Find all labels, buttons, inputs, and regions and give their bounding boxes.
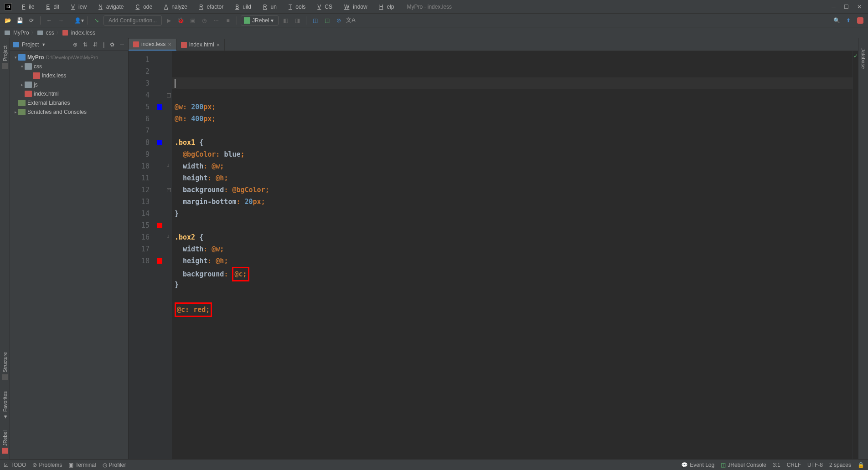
coverage-icon[interactable]: ▣ <box>187 15 197 26</box>
menu-vcs[interactable]: VCS <box>310 2 336 12</box>
color-swatch-icon[interactable] <box>157 140 162 145</box>
hide-icon[interactable]: ─ <box>119 41 125 48</box>
code-line-2[interactable]: @h: 400px; <box>175 113 852 125</box>
code-line-10[interactable]: } <box>175 208 852 220</box>
status-lock-icon[interactable]: 🔒 <box>858 462 864 468</box>
database-tool-tab[interactable]: Database <box>859 40 868 74</box>
close-button[interactable]: ✕ <box>857 4 862 10</box>
code-line-15[interactable]: background: @c; <box>175 267 852 279</box>
minimize-button[interactable]: ─ <box>832 4 836 10</box>
menu-run[interactable]: Run <box>256 2 280 12</box>
profile-icon[interactable]: ◷ <box>199 15 209 26</box>
tree-index-html[interactable]: index.html <box>11 89 127 98</box>
tree-index-less[interactable]: index.less <box>11 71 127 80</box>
tab-index-html[interactable]: index.html× <box>176 39 225 51</box>
menu-file[interactable]: File <box>15 2 38 12</box>
tree-external-libs[interactable]: External Libraries <box>11 98 127 107</box>
status-terminal[interactable]: ▣Terminal <box>68 462 96 468</box>
code-line-16[interactable]: } <box>175 279 852 291</box>
favorites-tool-tab[interactable]: ★Favorites <box>0 386 9 425</box>
back-icon[interactable]: ← <box>44 15 54 26</box>
status-encoding[interactable]: UTF-8 <box>807 462 823 468</box>
code-line-6[interactable]: width: @w; <box>175 160 852 172</box>
tab-index-less[interactable]: index.less× <box>129 39 176 51</box>
menu-tools[interactable]: Tools <box>281 2 309 12</box>
menu-refactor[interactable]: Refactor <box>192 2 227 12</box>
breadcrumb-root[interactable]: MyPro <box>13 30 29 36</box>
git2-icon[interactable]: ◫ <box>322 15 332 26</box>
code-line-14[interactable]: height: @h; <box>175 255 852 267</box>
collapse-icon[interactable]: ⇵ <box>92 41 99 48</box>
code-line-5[interactable]: @bgColor: blue; <box>175 148 852 160</box>
code-line-11[interactable] <box>175 220 852 231</box>
project-tool-tab[interactable]: Project <box>0 40 9 74</box>
run-icon[interactable]: ▶ <box>164 15 174 26</box>
jr2-icon[interactable]: ◨ <box>292 15 302 26</box>
status-indent[interactable]: 2 spaces <box>829 462 851 468</box>
jrebel-tool-tab[interactable]: JRebel <box>0 425 9 459</box>
structure-tool-tab[interactable]: Structure <box>0 347 9 386</box>
code-line-4[interactable]: .box1 { <box>175 137 852 148</box>
status-todo[interactable]: ☑TODO <box>4 462 26 468</box>
tree-css-folder[interactable]: ▾css <box>11 62 127 71</box>
target-icon[interactable]: ⊕ <box>72 41 79 48</box>
status-cursor-pos[interactable]: 3:1 <box>773 462 780 468</box>
search-icon[interactable]: 🔍 <box>832 15 842 26</box>
status-line-ending[interactable]: CRLF <box>787 462 801 468</box>
open-icon[interactable]: 📂 <box>3 15 13 26</box>
code-line-18[interactable]: @c: red; <box>175 302 852 314</box>
color-swatch-icon[interactable] <box>157 104 162 110</box>
run-config-select[interactable]: Add Configuration... <box>103 15 162 26</box>
save-icon[interactable]: 💾 <box>15 15 25 26</box>
code-line-13[interactable]: width: @w; <box>175 243 852 255</box>
color-swatch-icon[interactable] <box>157 258 162 264</box>
menu-navigate[interactable]: Navigate <box>91 2 127 12</box>
translate-icon[interactable]: 文A <box>346 15 356 26</box>
forward-icon[interactable]: → <box>56 15 66 26</box>
code-line-8[interactable]: background: @bgColor; <box>175 184 852 196</box>
chevron-down-icon[interactable]: ▼ <box>41 42 46 47</box>
expand-icon[interactable]: ⇅ <box>82 41 89 48</box>
status-jrebel-console[interactable]: ◫JRebel Console <box>721 462 766 468</box>
git-icon[interactable]: ◫ <box>310 15 320 26</box>
build-icon[interactable]: 👤▾ <box>74 15 84 26</box>
code-line-1[interactable]: @w: 200px; <box>175 101 852 113</box>
code-line-17[interactable] <box>175 291 852 302</box>
editor[interactable]: 123456789101112131415161718 −┘−┘ @w: 200… <box>129 51 858 459</box>
menu-analyze[interactable]: Analyze <box>157 2 191 12</box>
tree-scratches[interactable]: ▸Scratches and Consoles <box>11 107 127 117</box>
fold-open-icon[interactable]: − <box>167 93 171 97</box>
close-tab-icon[interactable]: × <box>168 41 171 48</box>
tree-js-folder[interactable]: ▸js <box>11 80 127 89</box>
menu-window[interactable]: Window <box>337 2 371 12</box>
stop-icon[interactable]: ■ <box>223 15 233 26</box>
menu-build[interactable]: Build <box>228 2 255 12</box>
status-event-log[interactable]: 💬Event Log <box>681 462 714 468</box>
breadcrumb-file[interactable]: index.less <box>71 30 95 36</box>
code-line-9[interactable]: margin-bottom: 20px; <box>175 196 852 208</box>
tree-root[interactable]: ▾ MyProD:\Develop\Web\MyPro <box>11 53 127 62</box>
error-stripe[interactable]: ✓ <box>852 51 858 459</box>
menu-view[interactable]: View <box>64 2 90 12</box>
jr1-icon[interactable]: ◧ <box>280 15 290 26</box>
code-area[interactable]: @w: 200px;@h: 400px; .box1 { @bgColor: b… <box>172 51 852 459</box>
menu-edit[interactable]: Edit <box>39 2 63 12</box>
gear-icon[interactable]: ✿ <box>108 41 116 48</box>
menu-code[interactable]: Code <box>128 2 156 12</box>
sidebar-title[interactable]: Project <box>22 41 39 48</box>
code-line-12[interactable]: .box2 { <box>175 231 852 243</box>
color-swatch-icon[interactable] <box>157 223 162 228</box>
status-problems[interactable]: ⊘Problems <box>32 462 62 468</box>
code-line-7[interactable]: height: @h; <box>175 172 852 184</box>
debug-icon[interactable]: 🐞 <box>176 15 186 26</box>
menu-help[interactable]: Help <box>372 2 398 12</box>
code-line-3[interactable] <box>175 125 852 137</box>
jr-end-icon[interactable] <box>855 15 865 26</box>
refresh-icon[interactable]: ⟳ <box>26 15 36 26</box>
jrebel-select[interactable]: JRebel ▾ <box>241 15 279 26</box>
more-icon[interactable]: ⋯ <box>211 15 221 26</box>
fold-open-icon[interactable]: − <box>167 188 171 192</box>
hammer-icon[interactable]: ↘ <box>92 15 102 26</box>
noentry-icon[interactable]: ⊘ <box>334 15 344 26</box>
status-profiler[interactable]: ◷Profiler <box>103 462 126 468</box>
